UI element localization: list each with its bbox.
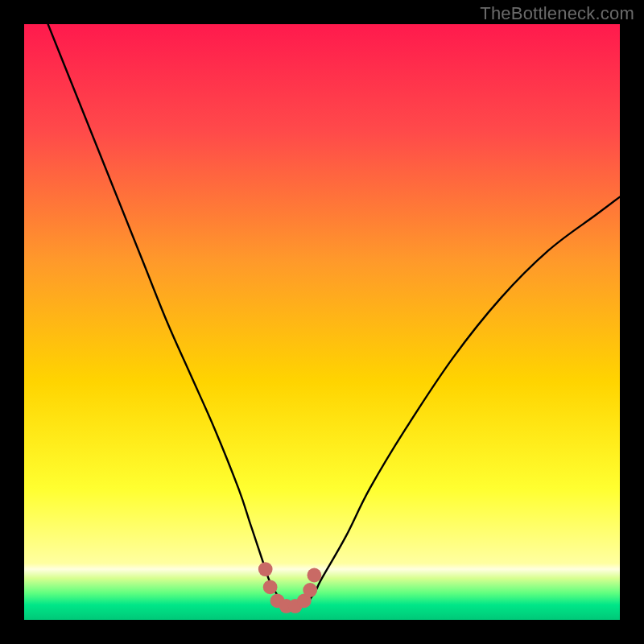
plot-background xyxy=(24,24,620,620)
watermark-text: TheBottleneck.com xyxy=(480,3,634,24)
valley-marker xyxy=(258,562,273,576)
valley-marker xyxy=(308,568,322,583)
valley-marker xyxy=(263,580,278,594)
valley-marker xyxy=(303,583,317,597)
bottleneck-chart xyxy=(0,0,644,644)
outer-frame: TheBottleneck.com xyxy=(0,0,644,644)
